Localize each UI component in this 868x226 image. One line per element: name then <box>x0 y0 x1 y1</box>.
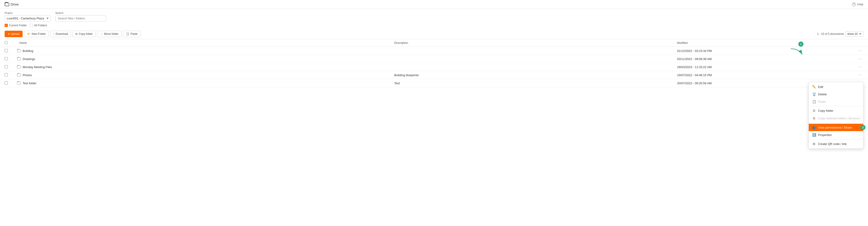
row-modified-cell: 03/11/2022 - 09:06:38 AM <box>673 55 852 63</box>
copy-folder-label: Copy folder <box>79 32 93 35</box>
name-column-header[interactable]: ↑ Name <box>12 39 390 47</box>
menu-copy-folder[interactable]: ⧉ Copy folder <box>809 107 863 114</box>
select-all-checkbox[interactable] <box>5 41 8 44</box>
mod-col-label: Modified <box>677 41 687 45</box>
help-label[interactable]: Help <box>857 3 863 6</box>
paste-label: Paste <box>130 32 137 35</box>
row-name-cell: Building <box>12 47 390 55</box>
app-logo: Drive <box>5 2 19 6</box>
qr-icon: ⊞ <box>812 142 816 146</box>
row-name-cell: Test folder <box>12 79 390 87</box>
row-modified-cell: 01/12/2022 - 03:23:34 PM <box>673 47 852 55</box>
table-body: Building 01/12/2022 - 03:23:34 PM ··· D <box>0 47 868 87</box>
row-actions-button[interactable]: ··· <box>857 73 863 77</box>
row-checkbox[interactable] <box>5 65 8 68</box>
menu-edit[interactable]: ✏️ Edit <box>809 83 863 90</box>
row-desc-cell: Building blueprints <box>390 71 673 79</box>
badge-2: 2 <box>860 125 865 130</box>
row-desc-cell <box>390 47 673 55</box>
menu-create-qr[interactable]: ⊞ Create QR code / link <box>809 140 863 147</box>
menu-view-permissions[interactable]: 👥 View permissions / Share 2 <box>809 124 863 131</box>
show-select-label: show 10 <box>847 32 858 35</box>
row-name-cell: Monday Meeting Files <box>12 63 390 71</box>
menu-properties[interactable]: ℹ️ Properties <box>809 131 863 139</box>
upload-button[interactable]: + Upload <box>5 31 23 37</box>
download-button[interactable]: ↓ Download <box>50 31 71 37</box>
modified-column-header: Modified <box>673 39 852 47</box>
file-table: ↑ Name Description Modified <box>0 39 868 87</box>
new-folder-button[interactable]: 📁 New Folder <box>24 31 49 37</box>
copy-structure-label: Copy selected folder's structure <box>818 117 860 120</box>
row-actions-button[interactable]: ··· <box>857 64 863 69</box>
row-modified: 20/07/2022 - 09:20:56 AM <box>677 82 712 85</box>
paste-button[interactable]: 📋 Paste <box>123 31 141 37</box>
controls-area: Project Lsun001 - Canterbury Plaza Searc… <box>0 9 868 29</box>
row-actions-cell: ··· <box>852 63 868 71</box>
menu-delete[interactable]: 🗑️ Delete <box>809 90 863 98</box>
create-qr-label: Create QR code / link <box>818 142 846 146</box>
row-actions-cell: ··· <box>852 71 868 79</box>
copy-folder-button[interactable]: ⧉ Copy folder <box>72 31 96 37</box>
row-modified-cell: 29/03/2023 - 11:33:22 AM <box>673 63 852 71</box>
menu-copy-structure: ⧉ Copy selected folder's structure <box>809 114 863 122</box>
project-label: Project <box>5 11 51 14</box>
row-modified: 29/03/2023 - 11:33:22 AM <box>677 65 712 69</box>
name-col-label: Name <box>19 41 27 45</box>
project-dropdown[interactable]: Lsun001 - Canterbury Plaza <box>5 15 51 22</box>
copy-structure-icon: ⧉ <box>812 116 816 120</box>
current-folder-checkbox[interactable]: ✓ Current Folder <box>5 24 27 27</box>
row-actions-button[interactable]: ··· <box>857 48 863 53</box>
row-checkbox[interactable] <box>5 57 8 60</box>
table-row: Drawings 03/11/2022 - 09:06:38 AM ··· <box>0 55 868 63</box>
row-checkbox-cell <box>0 55 12 63</box>
app-header: Drive ? Help <box>0 0 868 9</box>
row-name-cell: Drawings <box>12 55 390 63</box>
help-icon: ? <box>852 3 856 6</box>
show-chevron-icon <box>859 33 861 35</box>
row-name: Drawings <box>23 57 35 61</box>
row-modified-cell: 19/07/2022 - 04:46:15 PM <box>673 71 852 79</box>
new-folder-label: New Folder <box>32 32 45 35</box>
move-folder-icon: → <box>100 32 103 35</box>
all-folders-checkbox[interactable]: All Folders <box>30 24 47 27</box>
row-checkbox[interactable] <box>5 73 8 77</box>
show-select[interactable]: show 10 <box>845 31 863 37</box>
copy-folder-menu-label: Copy folder <box>818 109 833 112</box>
properties-label: Properties <box>818 133 832 137</box>
current-folder-label: Current Folder <box>9 24 27 27</box>
row-checkbox[interactable] <box>5 49 8 52</box>
row-modified: 03/11/2022 - 09:06:38 AM <box>677 57 712 61</box>
row-modified: 19/07/2022 - 04:46:15 PM <box>677 74 712 77</box>
paste-menu-icon: 📋 <box>812 100 816 104</box>
folder-filter-group: ✓ Current Folder All Folders <box>5 24 863 27</box>
copy-folder-menu-icon: ⧉ <box>812 109 816 113</box>
row-checkbox-cell <box>0 71 12 79</box>
row-name-cell: Photos <box>12 71 390 79</box>
move-folder-label: Move folder <box>104 32 119 35</box>
current-folder-checkbox-box: ✓ <box>5 24 8 27</box>
header-left: Drive <box>5 2 19 6</box>
folder-icon <box>17 49 21 52</box>
view-permissions-label: View permissions / Share <box>818 126 851 129</box>
row-description: Test <box>394 82 400 85</box>
row-actions-button[interactable]: ··· <box>857 56 863 61</box>
move-folder-button[interactable]: → Move folder <box>97 31 122 37</box>
folder-icon <box>17 82 21 84</box>
table-row: Photos Building blueprints 19/07/2022 - … <box>0 71 868 79</box>
sort-arrow-icon: ↑ <box>18 42 19 44</box>
project-field: Project Lsun001 - Canterbury Plaza <box>5 11 51 22</box>
row-checkbox[interactable] <box>5 81 8 84</box>
controls-row: Project Lsun001 - Canterbury Plaza Searc… <box>5 11 863 22</box>
properties-icon: ℹ️ <box>812 133 816 137</box>
edit-label: Edit <box>818 85 823 89</box>
table-row: Test folder Test 20/07/2022 - 09:20:56 A… <box>0 79 868 87</box>
toolbar: + Upload 📁 New Folder ↓ Download ⧉ Copy … <box>0 29 868 39</box>
desc-col-label: Description <box>394 41 408 45</box>
row-desc-cell: Test <box>390 79 673 87</box>
folder-icon <box>17 57 21 60</box>
new-folder-icon: 📁 <box>27 32 30 35</box>
folder-icon <box>17 65 21 68</box>
download-label: Download <box>56 32 68 35</box>
search-input[interactable] <box>55 15 106 22</box>
select-all-header[interactable] <box>0 39 12 47</box>
